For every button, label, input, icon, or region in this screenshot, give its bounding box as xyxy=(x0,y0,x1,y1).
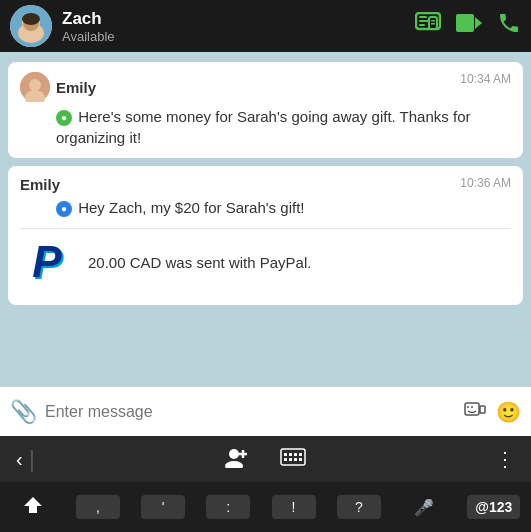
bbm-icon-1: ● xyxy=(56,110,72,126)
apostrophe-key[interactable]: ' xyxy=(141,495,185,519)
svg-rect-32 xyxy=(294,458,297,461)
emoticon-panel-icon[interactable] xyxy=(464,398,486,425)
contact-name: Zach xyxy=(62,9,415,29)
mic-key[interactable]: 🎤 xyxy=(402,494,446,521)
message-time-1: 10:34 AM xyxy=(460,72,511,86)
chat-header: Zach Available xyxy=(0,0,531,52)
paypal-logo: P xyxy=(20,235,74,289)
comma-key[interactable]: , xyxy=(76,495,120,519)
message-header-1: Emily 10:34 AM xyxy=(20,72,511,102)
svg-point-22 xyxy=(225,461,243,468)
question-key[interactable]: ? xyxy=(337,495,381,519)
paypal-text: 20.00 CAD was sent with PayPal. xyxy=(88,254,311,271)
exclaim-key[interactable]: ! xyxy=(272,495,316,519)
emoji-icon[interactable]: 🙂 xyxy=(496,400,521,424)
more-options-icon[interactable]: ⋮ xyxy=(495,447,515,471)
svg-rect-29 xyxy=(299,453,302,456)
sender-row-1: Emily xyxy=(20,72,96,102)
svg-point-21 xyxy=(229,449,239,459)
paypal-attachment: P 20.00 CAD was sent with PayPal. xyxy=(20,228,511,295)
svg-marker-34 xyxy=(24,497,42,513)
sender-row-2: Emily xyxy=(20,176,60,193)
svg-rect-27 xyxy=(289,453,292,456)
sender-name-1: Emily xyxy=(56,79,96,96)
toolbar-separator: | xyxy=(29,445,35,473)
video-icon[interactable] xyxy=(455,13,483,39)
add-contact-icon[interactable] xyxy=(224,446,250,473)
message-content-1: Here's some money for Sarah's going away… xyxy=(56,108,470,146)
svg-rect-33 xyxy=(299,458,302,461)
message-content-2: Hey Zach, my $20 for Sarah's gift! xyxy=(78,199,304,216)
attach-icon[interactable]: 📎 xyxy=(10,399,37,425)
sender-name-2: Emily xyxy=(20,176,60,193)
message-header-2: Emily 10:36 AM xyxy=(20,176,511,193)
svg-point-4 xyxy=(22,13,40,25)
svg-rect-10 xyxy=(431,20,435,22)
svg-rect-31 xyxy=(289,458,292,461)
chat-messages: Emily 10:34 AM ● Here's some money for S… xyxy=(0,52,531,386)
phone-icon[interactable] xyxy=(497,11,521,41)
svg-rect-12 xyxy=(456,14,474,32)
input-right-icons: 🙂 xyxy=(464,398,521,425)
bbm-keyboard-icon[interactable] xyxy=(280,446,306,473)
svg-rect-30 xyxy=(284,458,287,461)
message-text-1: ● Here's some money for Sarah's going aw… xyxy=(56,106,511,148)
message-input-area: 📎 🙂 xyxy=(0,386,531,436)
svg-rect-25 xyxy=(281,449,305,465)
message-input[interactable] xyxy=(45,403,464,421)
chat-icon[interactable] xyxy=(415,12,441,40)
toolbar-mid xyxy=(224,446,306,473)
back-button[interactable]: ‹ xyxy=(16,448,23,471)
message-text-2: ● Hey Zach, my $20 for Sarah's gift! xyxy=(56,197,511,218)
svg-rect-28 xyxy=(294,453,297,456)
contact-info: Zach Available xyxy=(62,9,415,44)
sender-avatar-1 xyxy=(20,72,50,102)
contact-avatar xyxy=(10,5,52,47)
header-action-icons xyxy=(415,11,521,41)
svg-rect-26 xyxy=(284,453,287,456)
message-bubble-1: Emily 10:34 AM ● Here's some money for S… xyxy=(8,62,523,158)
keyboard-bar: , ' : ! ? 🎤 @123 xyxy=(0,482,531,532)
colon-key[interactable]: : xyxy=(206,495,250,519)
bottom-toolbar: ‹ | ⋮ xyxy=(0,436,531,482)
svg-rect-18 xyxy=(480,406,485,413)
svg-marker-13 xyxy=(475,17,482,29)
message-bubble-2: Emily 10:36 AM ● Hey Zach, my $20 for Sa… xyxy=(8,166,523,305)
svg-rect-11 xyxy=(431,23,435,25)
shift-key[interactable] xyxy=(11,492,55,522)
paypal-letter: P xyxy=(32,240,61,284)
svg-rect-8 xyxy=(419,24,425,26)
at123-key[interactable]: @123 xyxy=(467,495,520,519)
message-time-2: 10:36 AM xyxy=(460,176,511,190)
svg-rect-6 xyxy=(419,16,427,18)
bbm-icon-2: ● xyxy=(56,201,72,217)
contact-status: Available xyxy=(62,29,415,44)
svg-point-15 xyxy=(29,79,41,91)
toolbar-left: ‹ | xyxy=(16,445,35,473)
